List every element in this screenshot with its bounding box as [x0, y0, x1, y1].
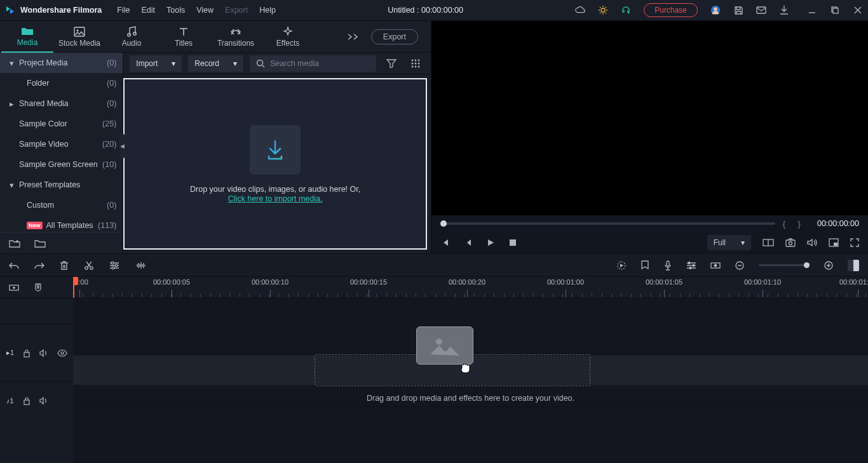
render-icon[interactable] — [616, 260, 627, 271]
fullscreen-icon[interactable] — [850, 238, 859, 247]
sidebar-item-shared-media[interactable]: ▸Shared Media(0) — [0, 93, 123, 114]
grid-view-icon[interactable] — [407, 55, 424, 72]
quality-dropdown[interactable]: Full▾ — [707, 235, 751, 250]
import-media-link[interactable]: Click here to import media. — [228, 194, 323, 203]
account-icon[interactable] — [710, 5, 721, 15]
svg-point-13 — [418, 59, 420, 61]
tracks-canvas[interactable]: Drag and drop media and effects here to … — [73, 299, 868, 463]
snapshot-icon[interactable] — [785, 238, 796, 247]
tab-effects[interactable]: Effects — [262, 21, 314, 53]
close-icon[interactable] — [853, 5, 863, 15]
cloud-icon[interactable] — [575, 5, 585, 15]
ruler-label: 00:00:01:10 — [744, 278, 781, 286]
marker-icon[interactable] — [641, 260, 649, 271]
support-icon[interactable] — [621, 5, 631, 15]
svg-point-12 — [415, 59, 417, 61]
svg-rect-33 — [688, 262, 690, 264]
lock-icon[interactable] — [23, 349, 31, 358]
overflow-icon[interactable] — [347, 33, 360, 41]
lock-icon[interactable] — [23, 396, 31, 405]
minimize-icon[interactable] — [807, 5, 817, 15]
video-preview[interactable] — [431, 21, 868, 215]
message-icon[interactable] — [756, 5, 766, 15]
delete-icon[interactable] — [60, 260, 69, 271]
tab-stock-media[interactable]: Stock Media — [53, 21, 105, 53]
import-dropdown[interactable]: Import▾ — [130, 55, 182, 72]
tab-media[interactable]: Media — [1, 21, 53, 53]
in-out-brackets[interactable]: { } — [783, 219, 806, 229]
magnet-icon[interactable] — [33, 283, 43, 293]
zoom-out-icon[interactable] — [735, 260, 745, 271]
prev-frame-icon[interactable] — [440, 238, 449, 247]
zoom-fit-icon[interactable] — [848, 260, 859, 271]
svg-point-29 — [115, 264, 118, 267]
idea-icon[interactable] — [598, 5, 608, 15]
media-drop-area[interactable]: Drop your video clips, images, or audio … — [123, 78, 427, 250]
search-media[interactable] — [250, 55, 376, 72]
playhead[interactable] — [73, 277, 74, 298]
new-folder-icon[interactable] — [9, 239, 20, 248]
sidebar-item-all-templates[interactable]: NewAll Templates(113) — [0, 215, 123, 232]
open-folder-icon[interactable] — [34, 239, 46, 248]
play-icon[interactable] — [486, 238, 495, 247]
seek-handle[interactable] — [440, 220, 447, 227]
ruler-label: 00:00:01:15 — [839, 278, 868, 286]
zoom-handle[interactable] — [804, 262, 810, 268]
sidebar-item-label: Project Media — [19, 58, 67, 67]
menu-tools[interactable]: Tools — [166, 6, 185, 15]
sidebar-item-folder[interactable]: Folder(0) — [0, 73, 123, 93]
download-icon[interactable] — [779, 5, 789, 15]
maximize-icon[interactable] — [830, 5, 840, 15]
sidebar-item-label: Folder — [27, 79, 49, 88]
zoom-in-icon[interactable] — [824, 260, 834, 271]
search-input[interactable] — [270, 59, 370, 68]
mixer-icon[interactable] — [686, 261, 696, 270]
split-icon[interactable] — [84, 260, 94, 271]
record-dropdown[interactable]: Record▾ — [188, 55, 243, 72]
timeline: 00:0000:00:00:0500:00:00:1000:00:00:1500… — [0, 253, 868, 463]
adjust-icon[interactable] — [109, 261, 119, 270]
collapse-sidebar-handle[interactable]: ◀ — [119, 134, 125, 158]
menu-help[interactable]: Help — [259, 6, 276, 15]
purchase-button[interactable]: Purchase — [644, 3, 698, 17]
sidebar-item-sample-color[interactable]: Sample Color(25) — [0, 114, 123, 134]
filter-icon[interactable] — [383, 55, 400, 72]
step-back-icon[interactable] — [463, 238, 472, 247]
menu-file[interactable]: File — [117, 6, 130, 15]
svg-point-0 — [601, 8, 605, 12]
keyframe-icon[interactable] — [710, 261, 721, 270]
tab-transitions[interactable]: Transitions — [210, 21, 262, 53]
time-ruler[interactable]: 00:0000:00:00:0500:00:00:1000:00:00:1500… — [73, 277, 868, 298]
eye-icon[interactable] — [57, 349, 67, 357]
preview-panel: { } 00:00:00:00 Full▾ — [431, 21, 868, 253]
tab-audio[interactable]: Audio — [105, 21, 158, 53]
mute-icon[interactable] — [39, 349, 48, 357]
mute-icon[interactable] — [39, 397, 48, 405]
voiceover-icon[interactable] — [663, 260, 672, 271]
volume-icon[interactable] — [807, 238, 817, 247]
sidebar-item-sample-green-screen[interactable]: Sample Green Screen(10) — [0, 154, 123, 175]
sidebar-item-sample-video[interactable]: Sample Video(20) — [0, 134, 123, 154]
export-button[interactable]: Export — [371, 29, 418, 44]
sidebar-item-project-media[interactable]: ▾Project Media(0) — [0, 53, 123, 73]
redo-icon[interactable] — [34, 261, 44, 270]
save-icon[interactable] — [733, 5, 743, 15]
music-icon — [126, 26, 137, 37]
menu-edit[interactable]: Edit — [141, 6, 155, 15]
sidebar-item-preset-templates[interactable]: ▾Preset Templates — [0, 175, 123, 195]
chevron-icon: ▾ — [8, 58, 15, 68]
menu-view[interactable]: View — [196, 6, 214, 15]
stop-icon[interactable] — [509, 239, 517, 246]
undo-icon[interactable] — [9, 261, 19, 270]
sidebar-item-custom[interactable]: Custom(0) — [0, 195, 123, 215]
track-add-icon[interactable] — [9, 283, 19, 292]
seek-track[interactable] — [440, 222, 775, 225]
pip-icon[interactable] — [829, 238, 839, 247]
zoom-slider[interactable] — [759, 264, 810, 266]
compare-icon[interactable] — [763, 238, 774, 247]
svg-point-7 — [77, 29, 79, 31]
media-toolbar: Import▾ Record▾ — [123, 53, 431, 74]
svg-point-14 — [412, 62, 414, 64]
audio-wave-icon[interactable] — [135, 261, 146, 270]
tab-titles[interactable]: Titles — [158, 21, 210, 53]
